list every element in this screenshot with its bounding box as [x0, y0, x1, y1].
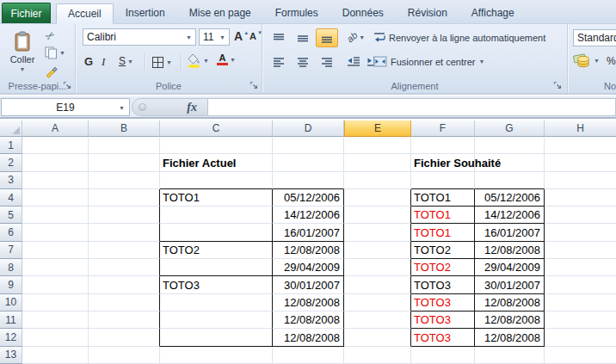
font-color-button[interactable]: A ▼	[217, 53, 236, 65]
font-size-select[interactable]: 11 ▼	[199, 28, 230, 46]
cell-D10[interactable]: 12/08/2008	[273, 294, 344, 312]
bold-button[interactable]: G	[84, 55, 93, 68]
cell-H7[interactable]	[545, 242, 616, 259]
cell-G9[interactable]: 30/01/2007	[475, 276, 545, 293]
cell-B6[interactable]	[89, 224, 160, 241]
cell-D7[interactable]: 12/08/2008	[273, 242, 344, 259]
row-header-1[interactable]: 1	[0, 137, 22, 154]
cell-H9[interactable]	[545, 276, 616, 293]
align-right-button[interactable]	[316, 52, 338, 71]
cell-F1[interactable]	[411, 137, 475, 154]
cell-E8[interactable]	[344, 259, 411, 276]
cell-G10[interactable]: 12/08/2008	[475, 294, 545, 312]
cell-B13[interactable]	[89, 347, 160, 364]
dialog-launcher-icon[interactable]	[63, 81, 71, 89]
cell-A13[interactable]	[22, 347, 89, 364]
cell-E13[interactable]	[344, 347, 411, 364]
cell-H1[interactable]	[545, 137, 616, 154]
decrease-indent-button[interactable]	[347, 56, 360, 67]
tab-fichier[interactable]: Fichier	[2, 3, 51, 23]
cell-B10[interactable]	[89, 294, 160, 312]
cell-E5[interactable]	[344, 207, 411, 224]
cell-C12[interactable]	[160, 329, 273, 346]
row-header-2[interactable]: 2	[0, 154, 22, 171]
cell-E7[interactable]	[344, 242, 411, 259]
cell-G11[interactable]: 12/08/2008	[475, 312, 545, 329]
cell-D2[interactable]	[273, 154, 344, 171]
cell-C9[interactable]: TOTO3	[160, 276, 273, 293]
cell-E11[interactable]	[344, 312, 411, 329]
cell-H13[interactable]	[545, 347, 616, 364]
cell-C1[interactable]	[160, 137, 273, 154]
cell-E6[interactable]	[344, 224, 411, 241]
cell-F7[interactable]: TOTO2	[411, 242, 475, 259]
cell-C5[interactable]	[160, 207, 273, 224]
cell-H2[interactable]	[545, 154, 616, 171]
row-header-6[interactable]: 6	[0, 224, 22, 241]
cell-D9[interactable]: 30/01/2007	[273, 276, 344, 293]
cell-B8[interactable]	[89, 259, 160, 276]
cell-B7[interactable]	[89, 242, 160, 259]
cell-B4[interactable]	[89, 189, 160, 207]
number-format-select[interactable]: Standard	[573, 29, 616, 46]
dialog-launcher-icon[interactable]	[553, 81, 562, 89]
orientation-button[interactable]: ab ▼	[347, 32, 365, 42]
cell-F11[interactable]: TOTO3	[411, 312, 475, 329]
cell-F12[interactable]: TOTO3	[411, 329, 475, 346]
cell-B5[interactable]	[89, 207, 160, 224]
merge-center-button[interactable]: Fusionner et centrer ▼	[373, 56, 484, 67]
cell-G8[interactable]: 29/04/2009	[475, 259, 545, 276]
cell-C2[interactable]: Fichier Actuel	[160, 154, 273, 171]
cell-D11[interactable]: 12/08/2008	[273, 312, 344, 329]
tab-insertion[interactable]: Insertion	[114, 3, 177, 23]
grow-font-button[interactable]: A▲	[234, 30, 243, 42]
cell-B3[interactable]	[89, 172, 160, 189]
tab-révision[interactable]: Révision	[396, 3, 459, 23]
cell-A5[interactable]	[22, 207, 89, 224]
align-center-button[interactable]	[292, 52, 314, 71]
cell-G4[interactable]: 05/12/2006	[475, 189, 545, 207]
cell-E4[interactable]	[344, 189, 411, 207]
cell-D3[interactable]	[273, 172, 344, 189]
row-header-3[interactable]: 3	[0, 172, 22, 189]
column-header-C[interactable]: C	[160, 120, 273, 137]
cell-G6[interactable]: 16/01/2007	[475, 224, 545, 241]
copy-button[interactable]: ▼	[45, 46, 65, 59]
cell-A1[interactable]	[22, 137, 89, 154]
column-header-B[interactable]: B	[89, 120, 160, 137]
cell-G3[interactable]	[475, 172, 545, 189]
cell-G13[interactable]	[475, 347, 545, 364]
cell-A9[interactable]	[22, 276, 89, 293]
cell-E9[interactable]	[344, 276, 411, 293]
cell-C3[interactable]	[160, 172, 273, 189]
column-header-D[interactable]: D	[273, 120, 344, 137]
cell-E2[interactable]	[344, 154, 411, 171]
tab-accueil[interactable]: Accueil	[56, 3, 114, 24]
cell-H12[interactable]	[545, 329, 616, 346]
underline-button[interactable]: S ▼	[119, 55, 133, 67]
cell-B9[interactable]	[89, 276, 160, 293]
cell-D8[interactable]: 29/04/2009	[273, 259, 344, 276]
row-header-12[interactable]: 12	[0, 329, 22, 346]
cell-F13[interactable]	[411, 347, 475, 364]
cell-E3[interactable]	[344, 172, 411, 189]
cell-D4[interactable]: 05/12/2006	[273, 189, 344, 207]
align-bottom-button[interactable]	[316, 28, 338, 47]
cell-A3[interactable]	[22, 172, 89, 189]
cell-F8[interactable]: TOTO2	[411, 259, 475, 276]
cell-B12[interactable]	[89, 329, 160, 346]
paste-button[interactable]: Coller ▼	[3, 27, 41, 89]
tab-données[interactable]: Données	[330, 3, 396, 23]
name-box[interactable]: E19 ▼	[1, 98, 130, 116]
cell-F10[interactable]: TOTO3	[411, 294, 475, 312]
cell-H6[interactable]	[545, 224, 616, 241]
cell-A2[interactable]	[22, 154, 89, 171]
cell-G7[interactable]: 12/08/2008	[475, 242, 545, 259]
cell-H10[interactable]	[545, 294, 616, 312]
cell-E12[interactable]	[344, 329, 411, 346]
row-header-7[interactable]: 7	[0, 242, 22, 259]
cell-D1[interactable]	[273, 137, 344, 154]
cell-C4[interactable]: TOTO1	[160, 189, 273, 207]
cell-C11[interactable]	[160, 312, 273, 329]
cell-D6[interactable]: 16/01/2007	[273, 224, 344, 241]
